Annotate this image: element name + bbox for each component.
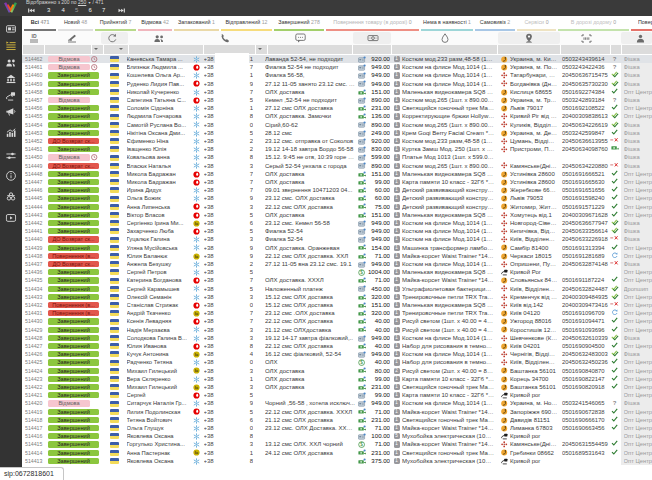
svg-text:ID: ID xyxy=(31,34,36,39)
